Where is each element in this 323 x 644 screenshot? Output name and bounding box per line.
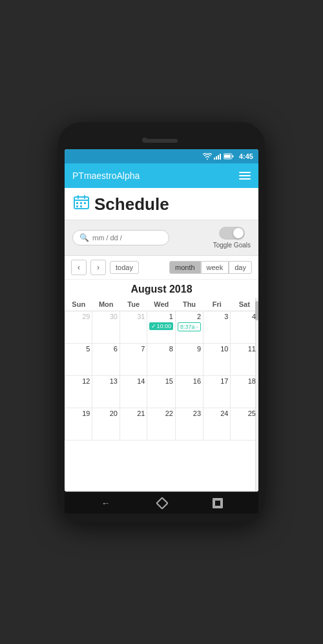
page-title: Schedule xyxy=(94,194,169,214)
calendar-week-2: 567891011 xyxy=(65,343,258,375)
schedule-calendar-icon xyxy=(74,195,89,213)
phone-camera xyxy=(142,138,147,143)
calendar-cell[interactable]: 25 xyxy=(231,408,258,440)
calendar-cell[interactable]: 21 xyxy=(120,408,147,440)
cell-date-number: 24 xyxy=(205,410,228,418)
search-toggle-section: 🔍 Toggle Goals xyxy=(65,220,258,256)
calendar-week-3: 12131415161718 xyxy=(65,375,258,408)
cell-date-number: 22 xyxy=(149,410,173,418)
calendar-section: Sun Mon Tue Wed Thu Fri Sat 2930311✓10:0… xyxy=(65,298,258,492)
cell-date-number: 17 xyxy=(205,377,228,386)
svg-rect-15 xyxy=(80,205,82,207)
calendar-week-1: 2930311✓10:0028:37a -34 xyxy=(65,311,258,343)
header-sat: Sat xyxy=(231,298,258,311)
cell-date-number: 29 xyxy=(67,313,90,321)
today-button[interactable]: today xyxy=(110,261,139,274)
toggle-goals-section: Toggle Goals xyxy=(213,227,251,249)
calendar-cell[interactable]: 31 xyxy=(120,311,147,343)
back-button[interactable]: ← xyxy=(101,498,110,508)
cell-date-number: 8 xyxy=(149,345,173,353)
day-view-button[interactable]: day xyxy=(229,261,252,274)
calendar-cell[interactable]: 29 xyxy=(65,311,92,343)
calendar-cell[interactable]: 18 xyxy=(231,375,258,408)
status-bar: 4:45 xyxy=(65,149,258,163)
prev-month-button[interactable]: ‹ xyxy=(71,260,87,275)
cell-date-number: 5 xyxy=(67,345,90,353)
event-chip[interactable]: ✓10:00 xyxy=(149,322,173,330)
calendar-cell[interactable]: 9 xyxy=(175,343,203,375)
hamburger-line-2 xyxy=(239,175,251,176)
phone-shell: 4:45 PTmaestroAlpha xyxy=(58,122,265,523)
calendar-cell[interactable]: 15 xyxy=(147,375,176,408)
weekday-header-row: Sun Mon Tue Wed Thu Fri Sat xyxy=(65,298,258,311)
calendar-cell[interactable]: 19 xyxy=(65,408,92,440)
cell-date-number: 14 xyxy=(122,377,145,386)
calendar-cell[interactable]: 5 xyxy=(65,343,92,375)
calendar-cell[interactable]: 20 xyxy=(92,408,120,440)
month-view-button[interactable]: month xyxy=(169,261,201,274)
calendar-cell[interactable]: 17 xyxy=(203,375,231,408)
header-sun: Sun xyxy=(65,298,92,311)
hamburger-menu-button[interactable] xyxy=(239,172,251,180)
cell-date-number: 7 xyxy=(122,345,145,353)
phone-speaker xyxy=(145,139,178,143)
status-time: 4:45 xyxy=(239,152,253,160)
calendar-week-4: 19202122232425 xyxy=(65,408,258,440)
calendar-cell[interactable]: 10 xyxy=(203,343,231,375)
header-fri: Fri xyxy=(203,298,231,311)
app-title: PTmaestroAlpha xyxy=(72,171,140,181)
svg-rect-1 xyxy=(216,156,217,160)
date-search-input[interactable] xyxy=(92,234,162,242)
event-chip[interactable]: 8:37a - xyxy=(178,322,201,331)
next-month-button[interactable]: › xyxy=(90,260,106,275)
calendar-cell[interactable]: 14 xyxy=(120,375,147,408)
hamburger-line-1 xyxy=(239,172,251,173)
cell-date-number: 2 xyxy=(178,313,201,321)
cell-date-number: 16 xyxy=(178,377,201,386)
view-buttons: month week day xyxy=(169,261,252,274)
calendar-cell[interactable]: 11 xyxy=(231,343,258,375)
calendar-cell[interactable]: 22 xyxy=(147,408,176,440)
search-icon: 🔍 xyxy=(79,233,89,242)
calendar-cell[interactable]: 6 xyxy=(92,343,120,375)
calendar-cell[interactable]: 30 xyxy=(92,311,120,343)
calendar-cell[interactable]: 3 xyxy=(203,311,231,343)
calendar-cell[interactable]: 24 xyxy=(203,408,231,440)
header-thu: Thu xyxy=(175,298,203,311)
date-search-wrap[interactable]: 🔍 xyxy=(72,230,169,245)
phone-screen: 4:45 PTmaestroAlpha xyxy=(65,149,258,492)
phone-top-bar xyxy=(65,134,258,148)
recent-apps-button[interactable] xyxy=(214,499,222,507)
app-header: PTmaestroAlpha xyxy=(65,163,258,188)
calendar-body: 2930311✓10:0028:37a -3456789101112131415… xyxy=(65,311,258,440)
calendar-cell[interactable]: 7 xyxy=(120,343,147,375)
calendar-cell[interactable]: 1✓10:00 xyxy=(147,311,176,343)
cell-date-number: 25 xyxy=(233,410,256,418)
calendar-cell[interactable]: 28:37a - xyxy=(175,311,203,343)
toggle-goals-switch[interactable] xyxy=(219,227,245,240)
calendar-cell[interactable]: 8 xyxy=(147,343,176,375)
calendar-cell[interactable]: 4 xyxy=(231,311,258,343)
header-mon: Mon xyxy=(92,298,120,311)
svg-rect-6 xyxy=(232,155,233,157)
cell-date-number: 19 xyxy=(67,410,90,418)
svg-rect-11 xyxy=(76,202,78,204)
cell-date-number: 21 xyxy=(122,410,145,418)
svg-rect-12 xyxy=(80,202,82,204)
cell-date-number: 20 xyxy=(94,410,118,418)
week-view-button[interactable]: week xyxy=(201,261,229,274)
calendar-cell[interactable]: 12 xyxy=(65,375,92,408)
calendar-cell[interactable]: 23 xyxy=(175,408,203,440)
calendar-cell[interactable]: 16 xyxy=(175,375,203,408)
cell-date-number: 23 xyxy=(178,410,201,418)
cell-date-number: 9 xyxy=(178,345,201,353)
calendar-cell[interactable]: 13 xyxy=(92,375,120,408)
svg-rect-3 xyxy=(220,154,221,160)
home-button[interactable] xyxy=(156,497,169,510)
svg-rect-14 xyxy=(76,205,78,207)
search-toggle-row: 🔍 Toggle Goals xyxy=(72,227,251,249)
cell-date-number: 30 xyxy=(94,313,118,321)
wifi-icon xyxy=(203,153,212,160)
hamburger-line-3 xyxy=(239,178,251,180)
calendar-nav: ‹ › today month week day xyxy=(65,256,258,280)
